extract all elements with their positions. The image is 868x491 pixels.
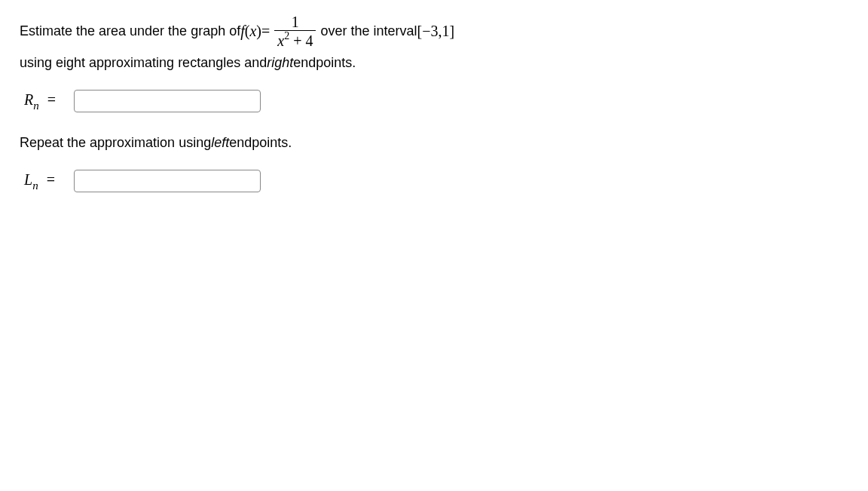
interval-close: ] <box>449 17 454 44</box>
rn-n: n <box>33 100 39 112</box>
text-using-eight: using eight approximating rectangles and <box>20 51 267 75</box>
right-word: right <box>267 51 293 75</box>
text-repeat: Repeat the approximation using <box>20 130 211 155</box>
text-estimate: Estimate the area under the graph of <box>20 19 240 43</box>
equals-sign: = <box>261 17 270 44</box>
text-endpoints: endpoints. <box>293 51 356 75</box>
interval-minus: − <box>422 17 430 44</box>
problem-line-2: using eight approximating rectangles and… <box>20 51 848 75</box>
problem-line-1: Estimate the area under the graph of f (… <box>20 14 848 49</box>
ln-equals: = <box>47 171 55 188</box>
den-plus: + 4 <box>289 32 313 49</box>
ln-label: Ln = <box>24 171 66 192</box>
text-over-interval: over the interval <box>320 19 417 43</box>
fraction-numerator: 1 <box>289 14 302 30</box>
ln-n: n <box>32 180 38 192</box>
rn-input-row: Rn = <box>24 90 848 112</box>
fraction: 1 x2 + 4 <box>274 14 316 49</box>
rn-label: Rn = <box>24 91 66 112</box>
func-x: x <box>249 17 256 44</box>
paren-close: ) <box>256 17 261 44</box>
rn-input[interactable] <box>74 90 261 112</box>
interval-a: 3 <box>430 17 438 44</box>
fraction-denominator: x2 + 4 <box>274 30 316 49</box>
repeat-line: Repeat the approximation using left endp… <box>20 130 848 155</box>
den-x: x <box>277 32 284 49</box>
ln-L: L <box>24 171 32 188</box>
ln-input-row: Ln = <box>24 170 848 192</box>
rn-R: R <box>24 91 33 108</box>
text-endpoints-2: endpoints. <box>229 130 292 155</box>
left-word: left <box>211 130 229 155</box>
interval-b: 1 <box>442 17 449 44</box>
ln-input[interactable] <box>74 170 261 192</box>
den-sup: 2 <box>284 30 289 41</box>
interval-open: [ <box>417 17 423 44</box>
rn-equals: = <box>47 91 56 108</box>
